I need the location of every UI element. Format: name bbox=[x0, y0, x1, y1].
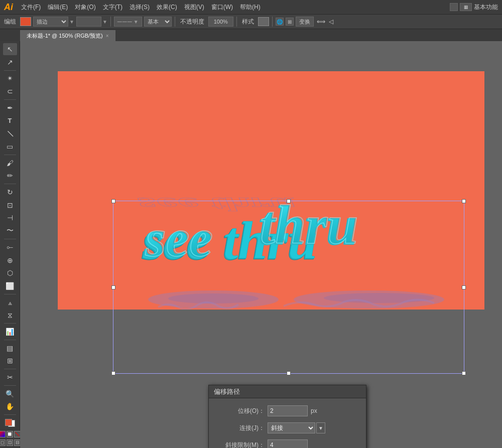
tool-sep-9 bbox=[4, 369, 16, 369]
transform-button[interactable]: 变换 bbox=[296, 17, 314, 27]
dialog-titlebar: 偏移路径 bbox=[209, 385, 366, 398]
graph-tool[interactable]: 📊 bbox=[3, 326, 17, 338]
stroke-style-select[interactable]: 基本 bbox=[144, 17, 172, 27]
tool-sep-4 bbox=[4, 184, 16, 184]
lasso-tool[interactable]: ⊂ bbox=[3, 85, 17, 97]
scissors-tool[interactable]: ✂ bbox=[3, 371, 17, 383]
menu-file[interactable]: 文件(F) bbox=[18, 2, 44, 13]
tool-sep-10 bbox=[4, 385, 16, 386]
join-row: 连接(J)： 斜接 圆形 斜面 ▼ bbox=[217, 422, 358, 433]
tool-sep-5 bbox=[4, 239, 16, 239]
mesh-tool[interactable]: ⊞ bbox=[3, 355, 17, 367]
tool-sep-2 bbox=[4, 99, 16, 100]
warp-tool[interactable]: 〜 bbox=[3, 225, 17, 237]
join-select-wrap: 斜接 圆形 斜面 ▼ bbox=[268, 422, 325, 433]
artboard-tool[interactable]: ⬜ bbox=[3, 280, 17, 292]
document-tab[interactable]: 未标题-1* @ 150% (RGB/预览) × bbox=[20, 30, 115, 41]
width-input[interactable] bbox=[76, 17, 101, 27]
miter-row: 斜接限制(M)： 4 bbox=[217, 439, 358, 448]
handle-bm[interactable] bbox=[287, 371, 291, 375]
separator2 bbox=[175, 17, 175, 27]
free-transform-tool[interactable]: ⟜ bbox=[3, 241, 17, 253]
pen-tool[interactable]: ✒ bbox=[3, 102, 17, 114]
main-area: ↖ ↗ ✴ ⊂ ✒ T | ▭ 🖌 ✏ ↻ ⊡ ⊣ 〜 ⟜ ⊕ ⬡ ⬜ ⟁ ⧖ … bbox=[0, 41, 502, 448]
miter-label: 斜接限制(M)： bbox=[217, 441, 265, 449]
tools-panel: ↖ ↗ ✴ ⊂ ✒ T | ▭ 🖌 ✏ ↻ ⊡ ⊣ 〜 ⟜ ⊕ ⬡ ⬜ ⟁ ⧖ … bbox=[0, 41, 20, 448]
line-tool[interactable]: | bbox=[1, 124, 19, 143]
tool-sep-3 bbox=[4, 155, 16, 155]
draw-normal-icon[interactable]: ◻ bbox=[0, 439, 6, 446]
menu-object[interactable]: 对象(O) bbox=[72, 2, 98, 13]
globe-icon[interactable]: 🌐 bbox=[276, 18, 284, 26]
tool-sep-6 bbox=[4, 294, 16, 294]
pixel-preview-icon[interactable]: ⊞ bbox=[286, 18, 294, 26]
fill-color-swatch[interactable] bbox=[20, 17, 31, 26]
tab-title: 未标题-1* @ 150% (RGB/预览) bbox=[27, 32, 103, 40]
paintbrush-tool[interactable]: 🖌 bbox=[3, 157, 17, 169]
svg-text:see: see bbox=[145, 209, 213, 267]
pencil-tool[interactable]: ✏ bbox=[3, 170, 17, 182]
hand-tool[interactable]: ✋ bbox=[3, 401, 17, 413]
join-select[interactable]: 斜接 圆形 斜面 bbox=[268, 422, 315, 433]
join-dropdown-arrow[interactable]: ▼ bbox=[316, 422, 325, 433]
tool-sep-8 bbox=[4, 340, 16, 340]
view-toggle[interactable]: ▦ bbox=[460, 3, 472, 11]
eyedropper-tool[interactable]: ⟁ bbox=[3, 296, 17, 309]
tool-sep-11 bbox=[4, 414, 16, 415]
dialog-body: 位移(O)： 2 px 连接(J)： 斜接 圆形 斜面 ▼ bbox=[209, 398, 366, 448]
handle-br[interactable] bbox=[462, 371, 466, 375]
svg-point-9 bbox=[168, 293, 259, 304]
canvas-area[interactable]: see thru see thru see thru bbox=[20, 41, 502, 448]
menu-select[interactable]: 选择(S) bbox=[127, 2, 153, 13]
screen-mode-icon[interactable] bbox=[450, 3, 458, 11]
svg-text:thru: thru bbox=[260, 194, 358, 255]
menu-view[interactable]: 视图(V) bbox=[181, 2, 207, 13]
stroke-line-display: ——— bbox=[117, 19, 133, 24]
offset-input[interactable]: 2 bbox=[268, 405, 308, 416]
offset-unit: px bbox=[311, 407, 317, 414]
offset-path-dialog: 偏移路径 位移(O)： 2 px 连接(J)： 斜接 圆形 斜面 bbox=[208, 385, 366, 448]
fill-box[interactable] bbox=[5, 419, 12, 426]
handle-bl[interactable] bbox=[111, 371, 115, 375]
separator4 bbox=[272, 17, 273, 27]
menu-edit[interactable]: 编辑(E) bbox=[45, 2, 71, 13]
svg-point-10 bbox=[324, 293, 434, 303]
zoom-tool[interactable]: 🔍 bbox=[3, 388, 17, 400]
brush-select[interactable]: 描边 bbox=[33, 17, 68, 27]
workspace-label: 基本功能 bbox=[474, 3, 498, 12]
tab-close-button[interactable]: × bbox=[106, 33, 109, 39]
reflect-icon[interactable]: ⟺ bbox=[317, 17, 326, 26]
menu-help[interactable]: 帮助(H) bbox=[237, 2, 264, 13]
menu-window[interactable]: 窗口(W) bbox=[208, 2, 236, 13]
live-paint-tool[interactable]: ⬡ bbox=[3, 267, 17, 279]
direct-selection-tool[interactable]: ↗ bbox=[3, 56, 17, 68]
menu-effect[interactable]: 效果(C) bbox=[154, 2, 180, 13]
magic-wand-tool[interactable]: ✴ bbox=[3, 72, 17, 84]
style-swatch[interactable] bbox=[258, 17, 269, 26]
style-label: 样式 bbox=[240, 18, 256, 26]
blend-tool[interactable]: ⧖ bbox=[3, 310, 17, 322]
envelope-icon[interactable]: ◁ bbox=[327, 17, 336, 26]
fill-stroke-area[interactable] bbox=[3, 417, 17, 429]
scale-tool[interactable]: ⊡ bbox=[3, 199, 17, 211]
join-label: 连接(J)： bbox=[217, 424, 265, 432]
brush-dropdown-icon: ▼ bbox=[69, 19, 74, 25]
gradient-tool[interactable]: ▤ bbox=[3, 342, 17, 354]
shape-builder-tool[interactable]: ⊕ bbox=[3, 254, 17, 266]
title-bar: Ai 文件(F) 编辑(E) 对象(O) 文字(T) 选择(S) 效果(C) 视… bbox=[0, 0, 502, 14]
opacity-input[interactable]: 100% bbox=[208, 17, 233, 27]
width-tool[interactable]: ⊣ bbox=[3, 212, 17, 224]
separator1 bbox=[110, 17, 111, 27]
dialog-title: 偏移路径 bbox=[214, 387, 240, 396]
rotate-tool[interactable]: ↻ bbox=[3, 186, 17, 198]
draw-back-icon[interactable]: ⊡ bbox=[7, 439, 13, 446]
stroke-dropdown-icon: ▼ bbox=[134, 19, 139, 25]
menu-bar: 文件(F) 编辑(E) 对象(O) 文字(T) 选择(S) 效果(C) 视图(V… bbox=[18, 2, 264, 13]
color-icon[interactable] bbox=[0, 431, 6, 437]
selection-tool[interactable]: ↖ bbox=[3, 43, 17, 55]
menu-text[interactable]: 文字(T) bbox=[100, 2, 126, 13]
offset-row: 位移(O)： 2 px bbox=[217, 405, 358, 416]
gradient-icon[interactable] bbox=[7, 431, 13, 437]
rect-tool[interactable]: ▭ bbox=[3, 140, 17, 153]
miter-input[interactable]: 4 bbox=[268, 439, 308, 448]
